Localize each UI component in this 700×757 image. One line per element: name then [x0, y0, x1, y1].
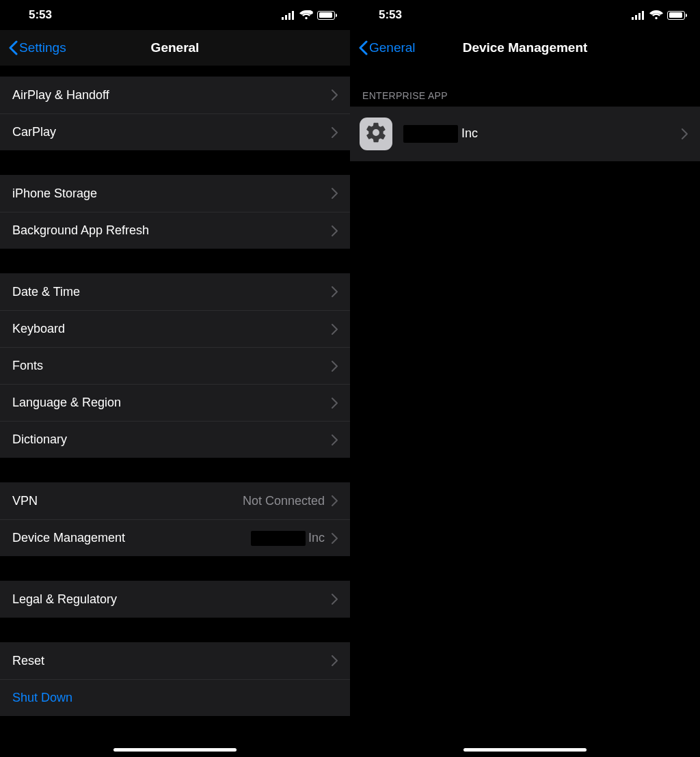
chevron-right-icon — [332, 398, 338, 409]
back-button[interactable]: Settings — [8, 40, 66, 55]
svg-rect-7 — [642, 11, 644, 20]
profile-label: Inc — [403, 125, 682, 143]
status-icons — [282, 10, 335, 20]
cellular-signal-icon — [282, 11, 295, 20]
row-label: Legal & Regulatory — [12, 592, 332, 607]
home-indicator[interactable] — [113, 748, 237, 752]
settings-row-date-time[interactable]: Date & Time — [0, 273, 350, 310]
chevron-right-icon — [332, 286, 338, 297]
settings-row-carplay[interactable]: CarPlay — [0, 113, 350, 150]
row-label: Reset — [12, 654, 332, 668]
back-label: General — [369, 40, 416, 55]
row-label: Dictionary — [12, 432, 332, 447]
redacted-text — [403, 125, 458, 143]
settings-row-vpn[interactable]: VPNNot Connected — [0, 482, 350, 519]
profile-label-suffix: Inc — [461, 126, 478, 140]
cellular-signal-icon — [632, 11, 645, 20]
chevron-right-icon — [332, 533, 338, 544]
status-icons — [632, 10, 685, 20]
chevron-right-icon — [332, 225, 338, 236]
chevron-right-icon — [682, 128, 688, 139]
chevron-right-icon — [332, 188, 338, 199]
enterprise-profile-row[interactable]: Inc — [350, 107, 700, 161]
home-indicator[interactable] — [463, 748, 587, 752]
settings-row-reset[interactable]: Reset — [0, 642, 350, 679]
back-button[interactable]: General — [358, 40, 416, 55]
redacted-text — [251, 531, 306, 546]
row-label: iPhone Storage — [12, 187, 332, 201]
chevron-right-icon — [332, 594, 338, 605]
row-detail: Not Connected — [243, 494, 325, 508]
wifi-icon — [649, 10, 663, 20]
settings-row-airplay-handoff[interactable]: AirPlay & Handoff — [0, 77, 350, 113]
chevron-right-icon — [332, 495, 338, 506]
chevron-right-icon — [332, 90, 338, 100]
row-label: Fonts — [12, 359, 332, 373]
settings-list[interactable]: AirPlay & HandoffCarPlayiPhone StorageBa… — [0, 66, 350, 757]
status-time: 5:53 — [365, 8, 402, 22]
chevron-left-icon — [358, 40, 368, 55]
back-label: Settings — [19, 40, 66, 55]
status-bar: 5:53 — [0, 0, 350, 30]
row-label: Device Management — [12, 531, 251, 545]
svg-rect-4 — [632, 17, 634, 20]
settings-row-iphone-storage[interactable]: iPhone Storage — [0, 175, 350, 212]
nav-bar: General Device Management — [350, 30, 700, 66]
profile-icon — [360, 118, 392, 150]
page-title: Device Management — [463, 40, 588, 55]
chevron-right-icon — [332, 361, 338, 372]
settings-row-language-region[interactable]: Language & Region — [0, 384, 350, 421]
svg-rect-1 — [285, 15, 287, 20]
chevron-right-icon — [332, 435, 338, 445]
row-label: AirPlay & Handoff — [12, 88, 332, 102]
phone-device-management: 5:53 General Device Management ENTERPRIS… — [350, 0, 700, 757]
chevron-right-icon — [332, 324, 338, 335]
row-label: Background App Refresh — [12, 223, 332, 238]
svg-rect-5 — [635, 15, 637, 20]
gear-icon — [364, 121, 388, 148]
settings-row-dictionary[interactable]: Dictionary — [0, 421, 350, 458]
page-title: General — [151, 40, 200, 55]
row-label: Keyboard — [12, 322, 332, 336]
row-label: VPN — [12, 494, 243, 508]
chevron-left-icon — [8, 40, 18, 55]
status-time: 5:53 — [15, 8, 52, 22]
status-bar: 5:53 — [350, 0, 700, 30]
svg-rect-0 — [282, 17, 284, 20]
battery-icon — [667, 11, 685, 20]
settings-row-background-app-refresh[interactable]: Background App Refresh — [0, 212, 350, 249]
row-detail: Inc — [251, 531, 325, 546]
settings-row-shut-down[interactable]: Shut Down — [0, 679, 350, 716]
chevron-right-icon — [332, 127, 338, 138]
svg-rect-2 — [288, 13, 291, 20]
svg-rect-6 — [638, 13, 641, 20]
row-label: Language & Region — [12, 396, 332, 410]
row-label: CarPlay — [12, 125, 332, 139]
settings-row-device-management[interactable]: Device Management Inc — [0, 519, 350, 556]
wifi-icon — [299, 10, 313, 20]
row-label: Shut Down — [12, 691, 338, 705]
settings-row-fonts[interactable]: Fonts — [0, 347, 350, 384]
chevron-right-icon — [332, 655, 338, 666]
row-label: Date & Time — [12, 285, 332, 299]
section-header-enterprise-app: ENTERPRISE APP — [350, 90, 700, 107]
battery-icon — [317, 11, 335, 20]
settings-row-keyboard[interactable]: Keyboard — [0, 310, 350, 347]
nav-bar: Settings General — [0, 30, 350, 66]
enterprise-app-list: ENTERPRISE APP Inc — [350, 66, 700, 757]
phone-general: 5:53 Settings General AirPlay & HandoffC… — [0, 0, 350, 757]
svg-rect-3 — [292, 11, 294, 20]
settings-row-legal-regulatory[interactable]: Legal & Regulatory — [0, 581, 350, 618]
